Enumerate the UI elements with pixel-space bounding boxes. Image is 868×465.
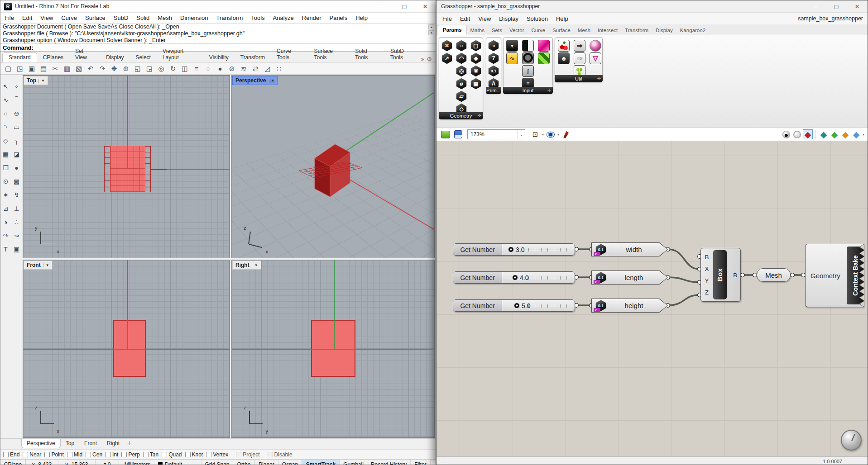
color-icon[interactable]: ◑ [0,215,11,229]
relay-icon[interactable]: ⇒ [574,52,585,64]
cut-icon[interactable]: ✂ [49,63,61,74]
menu-item[interactable]: Dimension [176,13,212,23]
menu-item[interactable]: Edit [456,14,474,24]
viewport-tab[interactable]: Right [102,439,125,448]
fitness-flask-icon[interactable]: ▽ [590,52,601,64]
status-cell[interactable]: Gumball [340,460,367,465]
scroll-up-icon[interactable] [428,24,434,29]
connector-dot[interactable] [753,273,757,277]
component-tab[interactable]: Display [652,26,676,35]
galapagos-icon[interactable] [590,40,601,52]
checkbox-icon[interactable] [44,452,50,457]
minimize-button[interactable] [805,0,826,12]
menu-item[interactable]: Tools [247,13,269,23]
slider-knob[interactable] [513,275,518,280]
polygon-icon[interactable]: ◇ [0,134,11,147]
rotate-view-icon[interactable]: ↻ [167,63,179,74]
chevron-down-icon[interactable] [268,79,274,83]
param-height[interactable]: 0.1 x... height [591,299,668,313]
viewport-layout-icon[interactable]: ◫ [179,63,191,74]
move-icon[interactable]: ⇄ [249,63,261,74]
quality-low-icon[interactable]: ◆ [819,129,829,139]
surface-param-icon[interactable]: ▦ [470,78,482,90]
print-icon[interactable]: ▤ [38,63,49,74]
status-cell[interactable]: Osnap [278,460,302,465]
menu-item[interactable]: Solid [132,13,153,23]
box-input-label[interactable]: B [705,254,709,261]
data-dam-icon[interactable]: ♣ [558,52,570,64]
explode-icon[interactable]: ✶ [0,188,11,202]
lock-icon[interactable]: ⊘ [226,63,238,74]
preview-wireframe-icon[interactable] [793,131,801,138]
component-tab[interactable]: Params [438,25,467,35]
menu-item[interactable]: Surface [81,13,110,23]
checkbox-icon[interactable] [206,452,211,457]
new-file-icon[interactable]: ▢ [2,63,14,74]
blend-icon[interactable]: ↷ [0,229,11,242]
osnap-toggle[interactable]: Disable [268,451,293,458]
status-cell[interactable]: x -8.423 [26,460,58,465]
context-bake-component[interactable]: Geometry Context Bake [805,244,864,307]
chevron-down-icon[interactable] [557,133,560,137]
point-icon[interactable]: ∘ [11,80,22,93]
menu-item[interactable]: View [474,14,495,24]
status-cell[interactable]: y -15.363 [58,460,96,465]
command-history[interactable]: Grasshopper Document ( Open Save SaveAs … [0,23,436,44]
named-views-icon[interactable]: ≡ [191,63,202,74]
osnap-toggle[interactable]: Vertex [206,451,228,458]
component-tab[interactable]: Mesh [574,26,594,35]
copy-icon[interactable]: ▥ [61,63,73,74]
preview-eye-icon[interactable] [547,132,555,138]
chevron-down-icon[interactable] [542,133,544,137]
ellipse-icon[interactable]: ⊖ [11,107,22,120]
curve-icon[interactable]: ⌒ [11,93,22,107]
circle-icon[interactable]: ○ [0,107,11,120]
pan-icon[interactable]: ✥ [108,63,120,74]
toolbar-overflow[interactable]: » [421,56,424,62]
save-icon[interactable]: ▣ [26,63,38,74]
menu-item[interactable]: Curve [57,13,81,23]
checkbox-icon[interactable] [185,452,191,457]
checkbox-icon[interactable] [3,452,9,457]
component-tab[interactable]: Kangaroo2 [676,26,709,35]
menu-item[interactable]: Mesh [153,13,176,23]
data-recorder-icon[interactable]: ➡ [574,40,585,52]
viewport-top[interactable]: Top y x [23,75,230,258]
component-tab[interactable]: Vector [506,26,528,35]
save-file-icon[interactable] [454,130,462,138]
slider-track[interactable]: 4.0 [502,272,575,283]
menu-item[interactable]: Render [298,13,326,23]
osnap-toggle[interactable]: Project [236,451,259,458]
undo-icon[interactable]: ↶ [85,63,96,74]
status-cell[interactable]: Millimeters [119,460,156,465]
expand-icon[interactable] [478,112,481,119]
checkbox-icon[interactable] [121,452,127,457]
status-cell[interactable]: Grid Snap [201,460,233,465]
fillet-icon[interactable]: ╮ [11,134,22,147]
boolean-toggle-icon[interactable] [522,40,534,52]
status-cell[interactable]: SmartTrack [302,460,340,465]
line-param-icon[interactable]: ⌀ [456,78,467,90]
checkbox-icon[interactable] [143,452,149,457]
checkbox-icon[interactable] [86,452,91,457]
number-slider-height[interactable]: Get Number 5.0 [453,299,575,312]
menu-item[interactable]: Transform [212,13,247,23]
toolbar-tab[interactable]: Set View [69,47,100,62]
slider-name[interactable]: Get Number [453,272,502,283]
zoom-level-select[interactable]: 173% ⌄ [467,129,525,139]
zoom-selected-icon[interactable]: ◎ [155,63,167,74]
open-file-icon[interactable] [441,131,450,138]
number-param-icon[interactable]: 0.1 [488,65,499,77]
zoom-dynamic-icon[interactable]: ⊕ [120,63,132,74]
menu-item[interactable]: Help [351,13,372,23]
menu-item[interactable]: Help [552,14,572,24]
param-length[interactable]: 0.1 x... length [591,270,668,285]
slider-name[interactable]: Get Number [453,300,502,311]
group-label-util[interactable]: Util [555,75,603,82]
brep-param-icon[interactable]: ◆ [470,52,482,64]
rectangle-icon[interactable]: ▭ [11,120,22,134]
osnap-toggle[interactable]: Cen [86,451,102,458]
expand-icon[interactable] [597,75,601,82]
command-scrollbar[interactable] [428,24,435,35]
gh-canvas[interactable]: Get Number 3.0 Get Number 4.0 Get Number [436,141,868,456]
